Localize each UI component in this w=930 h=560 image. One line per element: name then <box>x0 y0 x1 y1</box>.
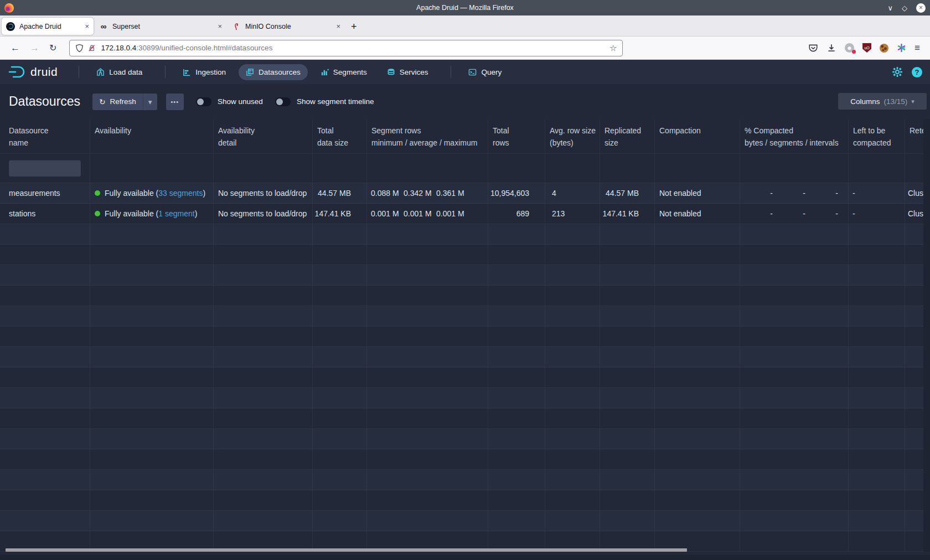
minio-favicon-icon <box>232 22 241 31</box>
column-header-total-rows[interactable]: Totalrows <box>488 119 545 153</box>
horizontal-scrollbar-thumb[interactable] <box>6 548 687 552</box>
empty-cell <box>849 449 905 469</box>
druid-logo[interactable]: druid <box>8 65 58 79</box>
show-unused-toggle[interactable] <box>196 97 211 106</box>
reload-button[interactable]: ↻ <box>49 43 56 53</box>
column-header-rete[interactable]: Rete <box>905 119 923 153</box>
back-button[interactable]: ← <box>11 43 20 54</box>
asterisk-extension-icon[interactable] <box>897 43 906 53</box>
column-header-compaction[interactable]: Compaction <box>655 119 740 153</box>
settings-gear-icon[interactable] <box>892 66 903 77</box>
empty-cell <box>488 245 545 265</box>
column-header-avg-row-size-bytes-[interactable]: Avg. row size(bytes) <box>545 119 600 153</box>
tab-minio-console[interactable]: MinIO Console × <box>228 18 345 35</box>
empty-cell <box>90 367 214 387</box>
column-header-segment-rows-minimum-average-maximum[interactable]: Segment rowsminimum / average / maximum <box>367 119 488 153</box>
empty-cell <box>545 326 600 346</box>
compaction-cell[interactable]: Not enabled <box>655 204 740 224</box>
datasources-table: DatasourcenameAvailabilityAvailabilityde… <box>0 119 923 552</box>
empty-cell <box>740 306 849 326</box>
segments-link[interactable]: 33 segments <box>158 189 203 198</box>
column-header-replicated-size[interactable]: Replicatedsize <box>600 119 655 153</box>
segment-rows-cell: 0.088 M0.342 M0.361 M <box>367 183 488 203</box>
ublock-origin-icon[interactable]: uO <box>862 43 871 53</box>
empty-cell <box>313 326 367 346</box>
datasource-name-cell[interactable]: measurements <box>0 183 90 203</box>
nav-item-load-data[interactable]: Load data <box>89 64 149 80</box>
retention-cell[interactable]: Clus <box>905 183 923 203</box>
menu-icon[interactable]: ≡ <box>914 43 920 54</box>
retention-cell[interactable]: Clus <box>905 204 923 224</box>
nav-item-ingestion[interactable]: Ingestion <box>175 64 233 80</box>
empty-cell <box>849 306 905 326</box>
tab-superset[interactable]: ∞ Superset × <box>95 18 226 35</box>
column-header-left-to-be-compacted[interactable]: Left to becompacted <box>849 119 905 153</box>
pocket-icon[interactable] <box>808 43 818 53</box>
empty-cell <box>0 367 90 387</box>
column-header-total-data-size[interactable]: Totaldata size <box>313 119 367 153</box>
empty-cell <box>0 449 90 469</box>
empty-cell <box>905 490 923 510</box>
table-row-measurements[interactable]: measurements Fully available (33 segment… <box>0 183 923 204</box>
tab-close-icon[interactable]: × <box>218 22 222 30</box>
empty-cell <box>214 449 313 469</box>
left-to-be-compacted-cell: - <box>849 204 905 224</box>
nav-item-datasources[interactable]: Datasources <box>239 64 308 80</box>
nav-item-segments[interactable]: Segments <box>313 64 374 80</box>
datasource-name-cell[interactable]: stations <box>0 204 90 224</box>
empty-cell <box>367 388 488 408</box>
refresh-button[interactable]: ↻Refresh <box>92 94 143 110</box>
tab-close-icon[interactable]: × <box>85 22 89 30</box>
empty-cell <box>0 265 90 285</box>
segments-link[interactable]: 1 segment <box>158 209 194 218</box>
refresh-icon: ↻ <box>99 97 105 106</box>
name-filter-cell <box>0 154 90 183</box>
new-tab-button[interactable]: + <box>351 21 357 33</box>
account-extension-icon[interactable]: ☻ <box>845 43 854 53</box>
column-header-availability-detail[interactable]: Availabilitydetail <box>214 119 313 153</box>
minimize-button[interactable]: ∨ <box>887 4 893 12</box>
pct-compacted-cell: --- <box>740 183 849 203</box>
empty-cell <box>545 286 600 305</box>
bookmark-star-icon[interactable]: ☆ <box>609 43 617 53</box>
empty-cell <box>90 265 214 285</box>
empty-cell <box>600 265 655 285</box>
replicated-size-cell: 147.41 KB <box>600 204 655 224</box>
columns-picker-button[interactable]: Columns (13/15) ▾ <box>838 93 927 110</box>
downloads-icon[interactable] <box>826 43 836 53</box>
maximize-button[interactable]: ◇ <box>902 4 907 12</box>
tracking-shield-icon[interactable] <box>75 44 84 53</box>
column-header--compacted-bytes-segments-intervals[interactable]: % Compactedbytes / segments / intervals <box>740 119 849 153</box>
forward-button[interactable]: → <box>30 43 39 54</box>
refresh-label: Refresh <box>110 97 136 106</box>
url-text[interactable]: 172.18.0.4:30899/unified-console.html#da… <box>101 44 609 52</box>
empty-cell <box>905 429 923 449</box>
empty-cell <box>600 286 655 305</box>
show-segment-timeline-toggle[interactable] <box>275 97 291 106</box>
empty-table-row <box>0 511 923 531</box>
column-header-availability[interactable]: Availability <box>90 119 214 153</box>
url-host: 172.18.0.4 <box>101 44 136 52</box>
column-header-datasource-name[interactable]: Datasourcename <box>0 119 90 153</box>
cookie-extension-icon[interactable] <box>880 44 888 53</box>
filter-cell <box>367 154 488 183</box>
toggle-knob <box>276 98 283 105</box>
total-rows-cell: 689 <box>488 204 545 224</box>
empty-cell <box>488 224 545 244</box>
empty-cell <box>740 531 849 551</box>
insecure-lock-icon[interactable] <box>88 44 96 53</box>
close-button[interactable]: × <box>916 3 926 13</box>
show-unused-label: Show unused <box>218 97 263 106</box>
table-row-stations[interactable]: stations Fully available (1 segment) No … <box>0 204 923 224</box>
refresh-interval-dropdown[interactable]: ▾ <box>143 94 157 110</box>
help-icon[interactable]: ? <box>912 67 922 77</box>
datasource-name-filter-input[interactable] <box>9 160 81 177</box>
nav-item-query[interactable]: Query <box>461 64 509 80</box>
url-bar[interactable]: 172.18.0.4:30899/unified-console.html#da… <box>69 40 623 56</box>
more-actions-button[interactable]: ••• <box>166 94 184 110</box>
compaction-cell[interactable]: Not enabled <box>655 183 740 203</box>
empty-cell <box>655 347 740 367</box>
tab-apache-druid[interactable]: Apache Druid × <box>2 18 94 35</box>
nav-item-services[interactable]: Services <box>380 64 436 80</box>
tab-close-icon[interactable]: × <box>336 22 340 30</box>
